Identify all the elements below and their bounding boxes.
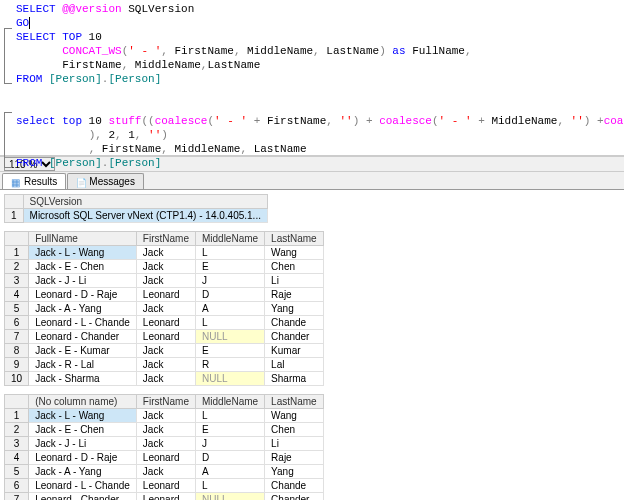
cell[interactable]: Leonard [136, 288, 195, 302]
table-row[interactable]: 2Jack - E - ChenJackEChen [5, 260, 324, 274]
table-row[interactable]: 7Leonard - ChanderLeonardNULLChander [5, 330, 324, 344]
row-number[interactable]: 1 [5, 246, 29, 260]
row-number[interactable]: 2 [5, 260, 29, 274]
cell[interactable]: D [195, 288, 264, 302]
cell[interactable]: NULL [195, 330, 264, 344]
sql-editor[interactable]: SELECT @@version SQLVersionGOSELECT TOP … [0, 0, 624, 156]
cell[interactable]: Jack [136, 344, 195, 358]
editor-line[interactable]: SELECT @@version SQLVersion [16, 2, 624, 16]
table-row[interactable]: 6Leonard - L - ChandeLeonardLChande [5, 316, 324, 330]
cell[interactable]: Leonard - Chander [29, 330, 137, 344]
table-row[interactable]: 3Jack - J - LiJackJLi [5, 437, 324, 451]
table-row[interactable]: 7Leonard - ChanderLeonardNULLChander [5, 493, 324, 501]
cell[interactable]: Leonard [136, 330, 195, 344]
cell[interactable]: Leonard - L - Chande [29, 479, 137, 493]
cell[interactable]: Chen [265, 423, 324, 437]
row-number[interactable]: 1 [5, 209, 24, 223]
editor-line[interactable]: FROM [Person].[Person] [16, 72, 624, 86]
table-row[interactable]: 1Jack - L - WangJackLWang [5, 409, 324, 423]
cell[interactable]: Microsoft SQL Server vNext (CTP1.4) - 14… [23, 209, 267, 223]
cell[interactable]: Leonard - L - Chande [29, 316, 137, 330]
cell[interactable]: L [195, 316, 264, 330]
cell[interactable]: D [195, 451, 264, 465]
table-row[interactable]: 8Jack - E - KumarJackEKumar [5, 344, 324, 358]
grid-corner[interactable] [5, 195, 24, 209]
result-grid-2[interactable]: FullNameFirstNameMiddleNameLastName1Jack… [4, 231, 324, 386]
cell[interactable]: Wang [265, 246, 324, 260]
editor-line[interactable]: CONCAT_WS(' - ', FirstName, MiddleName, … [16, 44, 624, 58]
table-row[interactable]: 10Jack - SharmaJackNULLSharma [5, 372, 324, 386]
row-number[interactable]: 7 [5, 493, 29, 501]
cell[interactable]: Leonard [136, 493, 195, 501]
cell[interactable]: Li [265, 437, 324, 451]
table-row[interactable]: 4Leonard - D - RajeLeonardDRaje [5, 288, 324, 302]
cell[interactable]: Yang [265, 302, 324, 316]
table-row[interactable]: 5Jack - A - YangJackAYang [5, 465, 324, 479]
result-grid-3[interactable]: (No column name)FirstNameMiddleNameLastN… [4, 394, 324, 500]
cell[interactable]: Leonard - D - Raje [29, 451, 137, 465]
cell[interactable]: Leonard [136, 451, 195, 465]
editor-line[interactable]: FirstName, MiddleName,LastName [16, 58, 624, 72]
row-number[interactable]: 7 [5, 330, 29, 344]
cell[interactable]: Jack - Sharma [29, 372, 137, 386]
cell[interactable]: Jack [136, 372, 195, 386]
cell[interactable]: Jack - E - Kumar [29, 344, 137, 358]
column-header[interactable]: MiddleName [195, 232, 264, 246]
cell[interactable]: L [195, 409, 264, 423]
table-row[interactable]: 3Jack - J - LiJackJLi [5, 274, 324, 288]
cell[interactable]: A [195, 302, 264, 316]
collapse-brace[interactable] [4, 28, 12, 84]
cell[interactable]: Jack - R - Lal [29, 358, 137, 372]
table-row[interactable]: 5Jack - A - YangJackAYang [5, 302, 324, 316]
collapse-brace[interactable] [4, 112, 12, 168]
editor-line[interactable] [16, 86, 624, 100]
table-row[interactable]: 2Jack - E - ChenJackEChen [5, 423, 324, 437]
editor-line[interactable]: , FirstName, MiddleName, LastName [16, 142, 624, 156]
cell[interactable]: Jack [136, 260, 195, 274]
cell[interactable]: R [195, 358, 264, 372]
row-number[interactable]: 1 [5, 409, 29, 423]
cell[interactable]: Jack [136, 302, 195, 316]
cell[interactable]: Jack - J - Li [29, 437, 137, 451]
column-header[interactable]: MiddleName [195, 395, 264, 409]
column-header[interactable]: (No column name) [29, 395, 137, 409]
column-header[interactable]: LastName [265, 232, 324, 246]
row-number[interactable]: 10 [5, 372, 29, 386]
cell[interactable]: Chen [265, 260, 324, 274]
cell[interactable]: E [195, 344, 264, 358]
cell[interactable]: NULL [195, 372, 264, 386]
cell[interactable]: Raje [265, 288, 324, 302]
cell[interactable]: Jack - L - Wang [29, 409, 137, 423]
cell[interactable]: Jack [136, 274, 195, 288]
table-row[interactable]: 1Jack - L - WangJackLWang [5, 246, 324, 260]
cell[interactable]: Jack - J - Li [29, 274, 137, 288]
cell[interactable]: Yang [265, 465, 324, 479]
row-number[interactable]: 6 [5, 479, 29, 493]
cell[interactable]: Leonard [136, 316, 195, 330]
cell[interactable]: A [195, 465, 264, 479]
cell[interactable]: Jack - A - Yang [29, 465, 137, 479]
cell[interactable]: Chander [265, 330, 324, 344]
editor-line[interactable]: SELECT TOP 10 [16, 30, 624, 44]
cell[interactable]: Chande [265, 479, 324, 493]
cell[interactable]: Jack [136, 423, 195, 437]
row-number[interactable]: 8 [5, 344, 29, 358]
cell[interactable]: Kumar [265, 344, 324, 358]
row-number[interactable]: 6 [5, 316, 29, 330]
cell[interactable]: Jack [136, 465, 195, 479]
row-number[interactable]: 5 [5, 302, 29, 316]
row-number[interactable]: 3 [5, 437, 29, 451]
editor-line[interactable] [16, 100, 624, 114]
column-header[interactable]: FirstName [136, 232, 195, 246]
cell[interactable]: Jack [136, 409, 195, 423]
cell[interactable]: Jack [136, 246, 195, 260]
tab-messages[interactable]: Messages [67, 173, 144, 189]
cell[interactable]: Jack [136, 358, 195, 372]
results-pane[interactable]: SQLVersion1Microsoft SQL Server vNext (C… [0, 190, 624, 500]
column-header[interactable]: LastName [265, 395, 324, 409]
column-header[interactable]: SQLVersion [23, 195, 267, 209]
cell[interactable]: NULL [195, 493, 264, 501]
table-row[interactable]: 4Leonard - D - RajeLeonardDRaje [5, 451, 324, 465]
cell[interactable]: Sharma [265, 372, 324, 386]
cell[interactable]: Lal [265, 358, 324, 372]
